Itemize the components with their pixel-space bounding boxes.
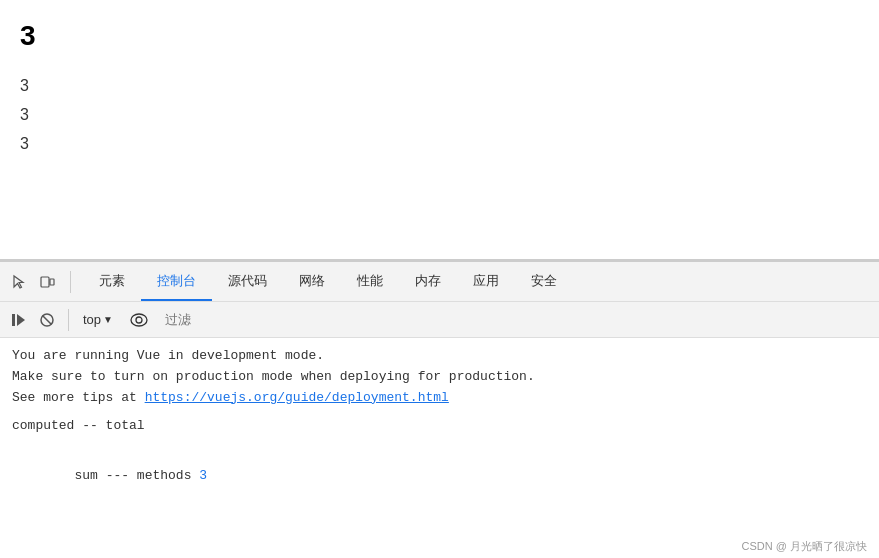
main-values: 3 3 3 bbox=[20, 72, 859, 158]
console-sum-value: 3 bbox=[199, 468, 207, 483]
svg-rect-0 bbox=[41, 277, 49, 287]
svg-point-7 bbox=[136, 317, 142, 323]
filter-input[interactable] bbox=[161, 310, 871, 329]
main-heading: 3 bbox=[20, 20, 859, 52]
block-icon[interactable] bbox=[36, 309, 58, 331]
svg-rect-2 bbox=[12, 314, 15, 326]
devtools-panel: 元素 控制台 源代码 网络 性能 内存 应用 安全 bbox=[0, 260, 879, 558]
console-sum-prefix: sum --- methods bbox=[74, 468, 199, 483]
tab-elements[interactable]: 元素 bbox=[83, 262, 141, 301]
toolbar-icon-group bbox=[8, 309, 69, 331]
devtools-tabs: 元素 控制台 源代码 网络 性能 内存 应用 安全 bbox=[83, 262, 573, 301]
tab-performance[interactable]: 性能 bbox=[341, 262, 399, 301]
watermark: CSDN @ 月光晒了很凉快 bbox=[742, 539, 867, 554]
main-content: 3 3 3 3 bbox=[0, 0, 879, 260]
console-line-2: Make sure to turn on production mode whe… bbox=[12, 367, 867, 388]
value-2: 3 bbox=[20, 101, 859, 130]
console-section-sum: sum --- methods 3 bbox=[12, 445, 867, 507]
console-output: You are running Vue in development mode.… bbox=[0, 338, 879, 558]
console-line-1: You are running Vue in development mode. bbox=[12, 346, 867, 367]
context-selector[interactable]: top ▼ bbox=[79, 310, 117, 329]
value-3: 3 bbox=[20, 130, 859, 159]
console-toolbar: top ▼ bbox=[0, 302, 879, 338]
tab-security[interactable]: 安全 bbox=[515, 262, 573, 301]
console-computed-line: computed -- total bbox=[12, 416, 867, 437]
inspect-icon[interactable] bbox=[8, 271, 30, 293]
svg-point-6 bbox=[131, 314, 147, 326]
value-1: 3 bbox=[20, 72, 859, 101]
svg-marker-3 bbox=[17, 314, 25, 326]
tab-memory[interactable]: 内存 bbox=[399, 262, 457, 301]
dropdown-arrow-icon: ▼ bbox=[103, 314, 113, 325]
svg-rect-1 bbox=[50, 279, 54, 285]
devtools-tab-bar: 元素 控制台 源代码 网络 性能 内存 应用 安全 bbox=[0, 262, 879, 302]
visibility-icon[interactable] bbox=[125, 309, 153, 331]
tab-sources[interactable]: 源代码 bbox=[212, 262, 283, 301]
tab-console[interactable]: 控制台 bbox=[141, 262, 212, 301]
run-icon[interactable] bbox=[8, 309, 30, 331]
vue-deployment-link[interactable]: https://vuejs.org/guide/deployment.html bbox=[145, 390, 449, 405]
console-line-3: See more tips at https://vuejs.org/guide… bbox=[12, 388, 867, 409]
svg-line-5 bbox=[43, 315, 52, 324]
console-section-computed: computed -- total bbox=[12, 416, 867, 437]
console-sum-line: sum --- methods 3 bbox=[12, 445, 867, 507]
device-icon[interactable] bbox=[36, 271, 58, 293]
tab-network[interactable]: 网络 bbox=[283, 262, 341, 301]
devtools-icon-group bbox=[8, 271, 71, 293]
context-label: top bbox=[83, 312, 101, 327]
tab-application[interactable]: 应用 bbox=[457, 262, 515, 301]
